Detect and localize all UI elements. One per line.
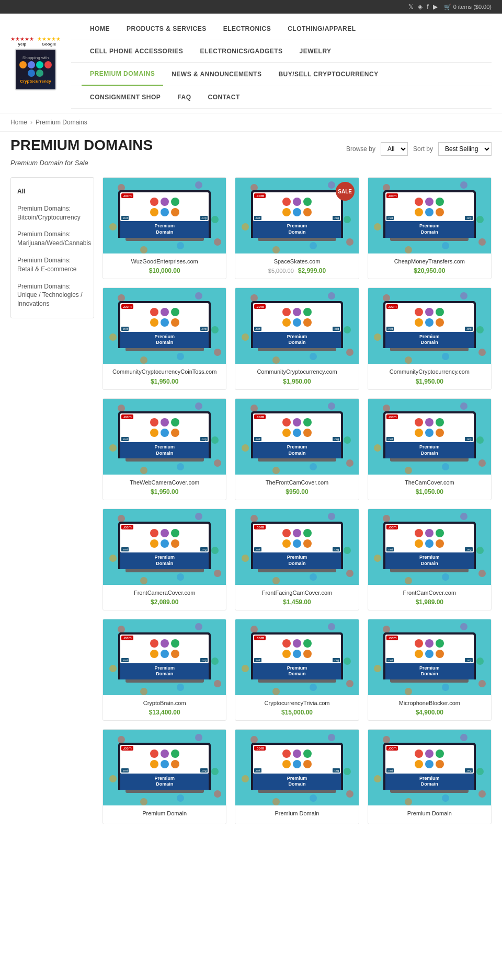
product-card[interactable]: .com.net.orgPremium DomainCommunityCrypt… [102,287,226,389]
main-nav: HOME PRODUCTS & SERVICES ELECTRONICS CLO… [71,18,492,109]
product-name: CheapMoneyTransfers.com [373,258,486,265]
product-name: WuzGoodEnterprises.com [108,258,221,265]
youtube-icon[interactable]: ▶ [433,3,438,10]
price-row: $1,459.00 [241,598,353,606]
breadcrumb-home[interactable]: Home [10,119,27,126]
instagram-icon[interactable]: ◈ [418,3,423,10]
product-card[interactable]: .com.net.orgPremium DomainFrontFacingCam… [235,509,359,610]
product-price: $1,989.00 [416,598,443,606]
sidebar-item-marijuana[interactable]: Premium Domains: Marijuana/Weed/Cannabis [11,226,94,252]
product-card[interactable]: .com.net.orgPremium DomainPremium Domain [368,729,492,824]
logo-area[interactable]: ★★★★★ yelp ★★★★★ Google Shopping with Cr… [10,36,61,90]
product-card[interactable]: SALE.com.net.orgPremium DomainSpaceSkate… [235,177,359,279]
price-row: $10,000.00 [108,267,221,274]
nav-home[interactable]: HOME [82,18,118,40]
product-card[interactable]: .com.net.orgPremium DomainPremium Domain [235,729,359,824]
product-card[interactable]: .com.net.orgPremium DomainCryptoBrain.co… [102,619,226,721]
price-row: $1,950.00 [108,488,221,495]
product-name: CryptoBrain.com [108,699,221,707]
product-card[interactable]: .com.net.orgPremium DomainCryptocurrency… [235,619,359,721]
sale-badge: SALE [336,182,355,201]
social-icons: 𝕏 ◈ f ▶ [408,3,437,10]
product-card[interactable]: .com.net.orgPremium DomainMicrophoneBloc… [368,619,492,721]
price-row: $4,900.00 [373,709,486,716]
price-row: $13,400.00 [108,709,221,716]
product-info: FrontCameraCover.com$2,089.00 [103,585,226,610]
product-name: Premium Domain [241,810,353,817]
product-price: $1,459.00 [283,598,311,606]
nav-premium-domains[interactable]: PREMIUM DOMAINS [82,63,163,86]
cart-icon: 🛒 [444,4,451,10]
product-price: $1,950.00 [151,378,178,385]
product-info: Premium Domain [235,805,358,823]
product-info: MicrophoneBlocker.com$4,900.00 [368,695,491,720]
nav-cell-phone[interactable]: CELL PHONE ACCESSORIES [82,40,191,62]
product-card[interactable]: .com.net.orgPremium DomainCommunityCrypt… [235,287,359,389]
header: ★★★★★ yelp ★★★★★ Google Shopping with Cr… [0,14,502,113]
browse-by-select[interactable]: All [381,142,408,156]
breadcrumb: Home › Premium Domains [0,113,502,132]
product-price: $10,000.00 [149,267,180,274]
product-info: FrontCamCover.com$1,989.00 [368,585,491,610]
product-price: $1,050.00 [416,488,443,495]
product-info: TheFrontCamCover.com$950.00 [235,475,358,500]
sort-by-label: Sort by [413,145,433,153]
product-info: CryptocurrencyTrivia.com$15,000.00 [235,695,358,720]
product-card[interactable]: .com.net.orgPremium DomainTheFrontCamCov… [235,398,359,500]
product-price: $2,089.00 [151,598,178,606]
price-row: $1,950.00 [108,378,221,385]
nav-electronics[interactable]: ELECTRONICS [215,18,280,40]
product-price: $1,950.00 [416,378,443,385]
product-price: $20,950.00 [414,267,445,274]
product-card[interactable]: .com.net.orgPremium DomainTheWebCameraCo… [102,398,226,500]
price-row: $1,950.00 [373,378,486,385]
twitter-icon[interactable]: 𝕏 [408,3,414,10]
nav-buysell[interactable]: BUY/SELL CRYPTOCURRENCY [270,63,386,85]
nav-consignment[interactable]: CONSIGNMENT SHOP [82,86,169,108]
reviews: ★★★★★ yelp ★★★★★ Google [10,36,61,47]
nav-faq[interactable]: FAQ [169,86,199,108]
product-card[interactable]: .com.net.orgPremium DomainFrontCamCover.… [368,509,492,610]
product-price: $950.00 [286,488,308,495]
sidebar-item-all[interactable]: All [11,183,94,200]
product-price: $1,950.00 [283,378,311,385]
nav-contact[interactable]: CONTACT [200,86,248,108]
product-info: CommunityCryptocurrency.com$1,950.00 [368,364,491,389]
product-card[interactable]: .com.net.orgPremium DomainPremium Domain [102,729,226,824]
sort-by-select[interactable]: Best Selling [438,142,492,156]
product-card[interactable]: .com.net.orgPremium DomainTheCamCover.co… [368,398,492,500]
product-card[interactable]: .com.net.orgPremium DomainCheapMoneyTran… [368,177,492,279]
product-card[interactable]: .com.net.orgPremium DomainFrontCameraCov… [102,509,226,610]
product-name: TheCamCover.com [373,479,486,486]
nav-news[interactable]: NEWS & ANNOUNCEMENTS [163,63,270,85]
nav-products[interactable]: PRODUCTS & SERVICES [118,18,215,40]
product-info: TheCamCover.com$1,050.00 [368,475,491,500]
nav-electronics-gadgets[interactable]: ELECTRONICS/GADGETS [191,40,291,62]
filter-bar: Browse by All Sort by Best Selling [346,142,492,156]
product-card[interactable]: .com.net.orgPremium DomainWuzGoodEnterpr… [102,177,226,279]
price-row: $2,089.00 [108,598,221,606]
sidebar: All Premium Domains: Bitcoin/Cryptocurre… [10,177,94,318]
logo-image[interactable]: Shopping with Cryptocurrency [15,49,56,90]
product-card[interactable]: .com.net.orgPremium DomainCommunityCrypt… [368,287,492,389]
product-name: TheWebCameraCover.com [108,479,221,486]
facebook-icon[interactable]: f [427,3,428,10]
logo-text-top: Shopping with [22,55,49,60]
product-name: CommunityCryptocurrency.com [241,368,353,375]
product-name: FrontFacingCamCover.com [241,589,353,596]
sidebar-item-unique[interactable]: Premium Domains: Unique / Technologies /… [11,278,94,313]
cart-area[interactable]: 🛒 0 items ($0.00) [444,4,492,10]
sidebar-item-bitcoin[interactable]: Premium Domains: Bitcoin/Cryptocurrency [11,200,94,226]
sidebar-item-retail[interactable]: Premium Domains: Retail & E-commerce [11,252,94,278]
product-price: $15,000.00 [281,709,313,716]
product-name: MicrophoneBlocker.com [373,699,486,707]
product-price: $2,999.00 [298,267,326,274]
product-name: FrontCameraCover.com [108,589,221,596]
product-info: Premium Domain [368,805,491,823]
nav-clothing[interactable]: CLOTHING/APPAREL [279,18,364,40]
nav-jewelry[interactable]: JEWELRY [291,40,340,62]
yelp-label: yelp [18,42,26,47]
nav-row-3: PREMIUM DOMAINS NEWS & ANNOUNCEMENTS BUY… [71,63,492,86]
price-row: $20,950.00 [373,267,486,274]
product-price: $13,400.00 [149,709,180,716]
